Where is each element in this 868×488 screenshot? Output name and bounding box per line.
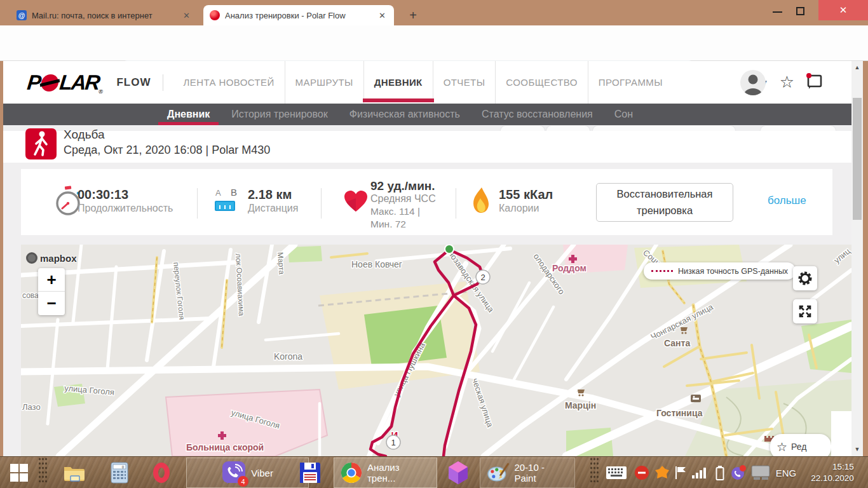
tab-close-icon[interactable]: ✕ bbox=[377, 11, 388, 20]
opera-button[interactable] bbox=[147, 457, 175, 488]
floppy-disk-icon bbox=[299, 461, 322, 484]
route-start-marker[interactable] bbox=[445, 245, 454, 254]
zoom-out-button[interactable]: − bbox=[38, 292, 65, 315]
viber-badge: 4 bbox=[238, 476, 248, 487]
calculator-icon: 0 bbox=[111, 462, 128, 484]
tray-record-icon[interactable] bbox=[633, 457, 651, 488]
notifications-icon[interactable] bbox=[806, 73, 823, 92]
mailru-favicon: @ bbox=[17, 10, 27, 20]
windows-logo-icon bbox=[10, 464, 28, 482]
window-minimize-button[interactable] bbox=[773, 11, 782, 13]
map-cross-icon bbox=[218, 434, 226, 437]
card-top bbox=[501, 126, 545, 131]
calories-flame-icon bbox=[471, 187, 491, 215]
tab-mailru[interactable]: @ Mail.ru: почта, поиск в интернет ✕ bbox=[10, 5, 198, 25]
nav-diary[interactable]: ДНЕВНИК bbox=[364, 61, 433, 104]
viber-taskbar-button[interactable]: 4 Viber bbox=[186, 458, 309, 488]
map-street-label: сова bbox=[22, 291, 39, 300]
floppy-app-button[interactable] bbox=[294, 457, 327, 488]
map-edit-button[interactable]: ☆ Ред bbox=[770, 434, 831, 456]
distance-b: В bbox=[231, 187, 237, 198]
tray-viber-icon[interactable] bbox=[729, 457, 747, 488]
scrollbar-thumb[interactable] bbox=[853, 98, 862, 220]
map-settings-button[interactable] bbox=[793, 266, 817, 290]
page-scrollbar[interactable]: ▲ ▼ bbox=[851, 61, 863, 456]
walking-activity-icon bbox=[25, 128, 57, 159]
card-top bbox=[593, 126, 735, 131]
calculator-button[interactable]: 0 bbox=[105, 457, 134, 488]
map-street-label: Марта bbox=[276, 252, 286, 274]
hr-label: Средняя ЧСС bbox=[370, 193, 436, 205]
more-link[interactable]: больше bbox=[768, 194, 806, 207]
map-fullscreen-button[interactable] bbox=[793, 299, 817, 323]
map-zoom-control: + − bbox=[38, 268, 65, 315]
new-tab-button[interactable]: + bbox=[404, 6, 422, 24]
scroll-down-arrow[interactable]: ▼ bbox=[851, 446, 863, 452]
map-street-label: лок Осоавиахима bbox=[234, 253, 246, 316]
tray-battery-icon[interactable] bbox=[713, 457, 727, 488]
tray-avast-icon[interactable] bbox=[653, 457, 671, 488]
subnav-diary[interactable]: Дневник bbox=[167, 104, 210, 125]
profile-menu[interactable]: ▼ bbox=[740, 70, 768, 95]
nav-feed[interactable]: ЛЕНТА НОВОСТЕЙ bbox=[173, 61, 285, 104]
scroll-up-arrow[interactable]: ▲ bbox=[851, 61, 863, 71]
map-cart-icon bbox=[578, 390, 585, 393]
tab-close-icon[interactable]: ✕ bbox=[181, 11, 192, 20]
tray-network-icon[interactable] bbox=[690, 457, 708, 488]
start-button[interactable] bbox=[6, 457, 32, 488]
map-poi-label: Роддом bbox=[552, 263, 587, 273]
zoom-in-button[interactable]: + bbox=[38, 268, 65, 292]
distance-a: А bbox=[215, 188, 221, 198]
activity-header: Ходьба Среда, Окт 21, 2020 16:08 | Polar… bbox=[3, 131, 851, 163]
route-km-marker-label: 1 bbox=[391, 438, 395, 447]
browser-titlebar: @ Mail.ru: почта, поиск в интернет ✕ Ана… bbox=[0, 0, 868, 25]
folder-icon bbox=[63, 463, 86, 482]
polar-logo-o bbox=[41, 74, 60, 91]
mapbox-logo[interactable]: mapbox bbox=[26, 252, 77, 264]
gear-icon bbox=[797, 270, 813, 287]
gem-app-button[interactable] bbox=[442, 457, 474, 488]
favorites-star-icon[interactable]: ☆ bbox=[780, 72, 794, 92]
paint-label: 20-10 - Paint bbox=[514, 462, 568, 484]
nav-programs[interactable]: ПРОГРАММЫ bbox=[588, 61, 673, 104]
stats-card: 00:30:13 Продолжительность А В 2.18 км Д… bbox=[21, 169, 832, 235]
map-poi-label: Гостиница bbox=[656, 408, 703, 418]
chrome-taskbar-button[interactable]: Анализ трен... bbox=[334, 458, 437, 488]
map-cart-icon bbox=[581, 394, 583, 396]
tab-polar-flow[interactable]: Анализ тренировки - Polar Flow ✕ bbox=[203, 5, 394, 25]
map-poi-label: Санта bbox=[664, 338, 690, 348]
clock-date: 22.10.2020 bbox=[811, 473, 854, 484]
subnav-training-history[interactable]: История тренировок bbox=[231, 104, 327, 125]
mapbox-wordmark: mapbox bbox=[40, 253, 77, 264]
file-explorer-button[interactable] bbox=[58, 457, 90, 488]
flow-brand: FLOW bbox=[116, 74, 163, 91]
taskbar-grip bbox=[590, 457, 599, 482]
map-bed-icon bbox=[693, 396, 695, 398]
distance-ruler-icon bbox=[215, 201, 235, 211]
nav-community[interactable]: СООБЩЕСТВО bbox=[496, 61, 588, 104]
paint-taskbar-button[interactable]: 20-10 - Paint bbox=[480, 458, 575, 488]
calories-value: 155 кКал bbox=[499, 187, 553, 202]
subnav-physical-activity[interactable]: Физическая активность bbox=[349, 104, 460, 125]
tray-keyboard-icon[interactable] bbox=[604, 457, 629, 488]
chrome-label: Анализ трен... bbox=[367, 462, 430, 484]
polar-logo[interactable]: PLAR® bbox=[26, 71, 104, 95]
hr-min: Мин. 72 bbox=[370, 219, 406, 230]
subnav-sleep[interactable]: Сон bbox=[614, 104, 633, 125]
diary-subnav: Дневник История тренировок Физическая ак… bbox=[3, 104, 851, 125]
nav-reports[interactable]: ОТЧЕТЫ bbox=[433, 61, 496, 104]
calories-label: Калории bbox=[499, 203, 539, 214]
distance-value: 2.18 км bbox=[248, 187, 292, 202]
tab-title: Mail.ru: почта, поиск в интернет bbox=[32, 11, 176, 20]
map-cart-icon bbox=[681, 332, 683, 334]
language-indicator[interactable]: ENG bbox=[773, 457, 799, 488]
window-close-button[interactable]: ✕ bbox=[818, 0, 868, 20]
training-benefit-button[interactable]: Восстановительная тренировка bbox=[596, 183, 733, 222]
clock[interactable]: 15:15 22.10.2020 bbox=[802, 457, 863, 488]
window-maximize-button[interactable] bbox=[796, 7, 804, 15]
route-map[interactable]: Ноев КовчегKoronaМарталок Осоавиахимапер… bbox=[21, 245, 851, 456]
tray-flag-icon[interactable] bbox=[672, 457, 689, 488]
tray-touchpad-icon[interactable] bbox=[750, 457, 771, 488]
subnav-recovery-status[interactable]: Статус восстановления bbox=[482, 104, 593, 125]
nav-routes[interactable]: МАРШРУТЫ bbox=[285, 61, 364, 104]
